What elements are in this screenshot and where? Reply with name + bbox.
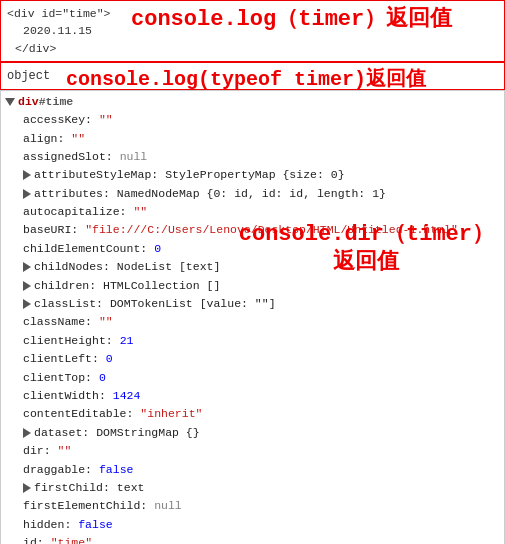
console-log-label: console.log（timer）返回值: [131, 3, 452, 33]
tree-item-clientLeft: clientLeft: 0: [1, 350, 504, 368]
tree-item-accessKey: accessKey: "": [1, 111, 504, 129]
tree-item-firstElementChild: firstElementChild: null: [1, 497, 504, 515]
tree-root: div#time: [1, 93, 504, 111]
tree-section: div#time accessKey: "" align: "" assigne…: [0, 90, 505, 544]
top-code-section: <div id="time"> 2020.11.15 </div> consol…: [0, 0, 505, 62]
tree-item-clientHeight: clientHeight: 21 console.dir（timer）返回值: [1, 332, 504, 350]
tree-item-draggable: draggable: false: [1, 461, 504, 479]
tree-item-align: align: "": [1, 130, 504, 148]
console-typeof-label: console.log(typeof timer)返回值: [66, 65, 426, 92]
console-dir-label: console.dir（timer）返回值: [239, 221, 494, 278]
code-line-3: </div>: [7, 40, 498, 57]
tree-item-classList: classList: DOMTokenList [value: ""]: [1, 295, 504, 313]
tree-item-id: id: "time": [1, 534, 504, 544]
object-tag: object: [7, 69, 62, 83]
object-row: object console.log(typeof timer)返回值: [0, 62, 505, 90]
tree-item-attributeStyleMap: attributeStyleMap: StylePropertyMap {siz…: [1, 166, 504, 184]
tree-item-autocapitalize: autocapitalize: "": [1, 203, 504, 221]
tree-item-firstChild: firstChild: text: [1, 479, 504, 497]
tree-item-clientTop: clientTop: 0: [1, 369, 504, 387]
tree-item-dir: dir: "": [1, 442, 504, 460]
tree-item-children: children: HTMLCollection []: [1, 277, 504, 295]
tree-item-contentEditable: contentEditable: "inherit": [1, 405, 504, 423]
tree-item-assignedSlot: assignedSlot: null: [1, 148, 504, 166]
tree-item-hidden: hidden: false: [1, 516, 504, 534]
tree-item-attributes: attributes: NamedNodeMap {0: id, id: id,…: [1, 185, 504, 203]
tree-item-dataset: dataset: DOMStringMap {}: [1, 424, 504, 442]
tree-item-className: className: "": [1, 313, 504, 331]
tree-item-clientWidth: clientWidth: 1424: [1, 387, 504, 405]
